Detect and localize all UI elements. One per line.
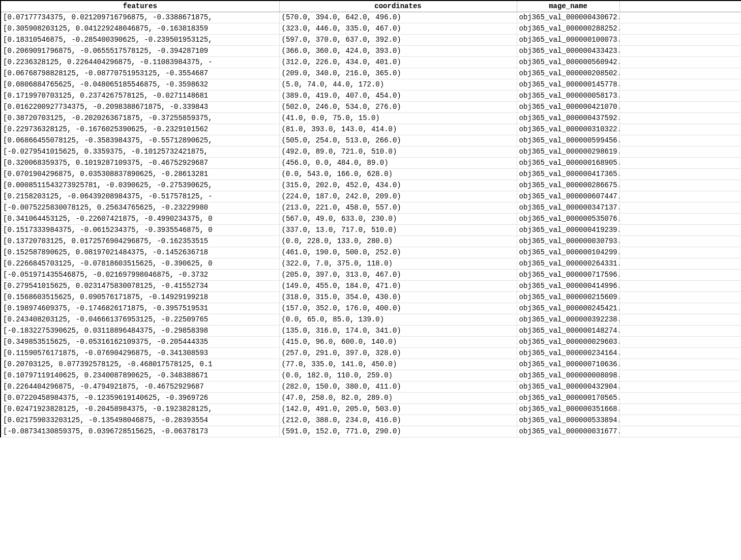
- cell-extra[interactable]: [619, 381, 741, 392]
- cell-mage-name[interactable]: obj365_val_000000215609.jpg: [517, 291, 619, 303]
- cell-features[interactable]: [0.02471923828125, -0.20458984375, -0.19…: [1, 403, 279, 415]
- cell-coordinates[interactable]: (456.0, 0.0, 484.0, 89.0): [279, 157, 517, 168]
- table-row[interactable]: [0.06768798828125, -0.08770751953125, -0…: [1, 68, 741, 79]
- cell-coordinates[interactable]: (322.0, 7.0, 375.0, 118.0): [279, 258, 517, 269]
- cell-coordinates[interactable]: (318.0, 315.0, 354.0, 430.0): [279, 291, 517, 303]
- table-row[interactable]: [0.021759033203125, -0.135498046875, -0.…: [1, 415, 741, 426]
- cell-coordinates[interactable]: (5.0, 74.0, 44.0, 172.0): [279, 79, 517, 90]
- cell-extra[interactable]: [619, 146, 741, 157]
- cell-features[interactable]: [0.07220458984375, -0.12359619140625, -0…: [1, 392, 279, 403]
- table-row[interactable]: [0.07220458984375, -0.12359619140625, -0…: [1, 392, 741, 403]
- table-row[interactable]: [0.0806884765625, -0.048065185546875, -0…: [1, 79, 741, 90]
- cell-mage-name[interactable]: obj365_val_000000437592.jpg: [517, 112, 619, 124]
- cell-coordinates[interactable]: (81.0, 393.0, 143.0, 414.0): [279, 124, 517, 135]
- cell-extra[interactable]: [619, 90, 741, 101]
- cell-extra[interactable]: [619, 235, 741, 247]
- cell-mage-name[interactable]: obj365_val_000000031677.jpg: [517, 426, 619, 437]
- cell-mage-name[interactable]: obj365_val_000000029603.jpg: [517, 336, 619, 347]
- cell-features[interactable]: [0.279541015625, 0.0231475830078125, -0.…: [1, 280, 279, 291]
- cell-coordinates[interactable]: (135.0, 316.0, 174.0, 341.0): [279, 325, 517, 336]
- table-row[interactable]: [-0.08734130859375, 0.0396728515625, -0.…: [1, 426, 741, 437]
- cell-features[interactable]: [0.2266845703125, -0.07818603515625, -0.…: [1, 258, 279, 269]
- table-row[interactable]: [0.07177734375, 0.021209716796875, -0.33…: [1, 12, 741, 23]
- cell-mage-name[interactable]: obj365_val_000000347137.jpg: [517, 202, 619, 213]
- cell-coordinates[interactable]: (142.0, 491.0, 205.0, 503.0): [279, 403, 517, 415]
- cell-coordinates[interactable]: (0.0, 543.0, 166.0, 628.0): [279, 168, 517, 180]
- table-row[interactable]: [0.243408203125, -0.046661376953125, -0.…: [1, 314, 741, 325]
- cell-coordinates[interactable]: (149.0, 455.0, 184.0, 471.0): [279, 280, 517, 291]
- table-row[interactable]: [0.20703125, 0.077392578125, -0.46801757…: [1, 359, 741, 370]
- cell-features[interactable]: [0.349853515625, -0.05316162109375, -0.2…: [1, 336, 279, 347]
- cell-extra[interactable]: [619, 370, 741, 381]
- table-row[interactable]: [0.1719970703125, 0.2374267578125, -0.02…: [1, 90, 741, 101]
- cell-features[interactable]: [0.06866455078125, -0.3583984375, -0.557…: [1, 135, 279, 146]
- table-row[interactable]: [0.06866455078125, -0.3583984375, -0.557…: [1, 135, 741, 146]
- cell-extra[interactable]: [619, 191, 741, 202]
- cell-extra[interactable]: [619, 224, 741, 235]
- table-row[interactable]: [0.18310546875, -0.285400390625, -0.2395…: [1, 34, 741, 45]
- table-row[interactable]: [0.2266845703125, -0.07818603515625, -0.…: [1, 258, 741, 269]
- cell-extra[interactable]: [619, 415, 741, 426]
- table-row[interactable]: [0.13720703125, 0.0172576904296875, -0.1…: [1, 235, 741, 247]
- cell-mage-name[interactable]: obj365_val_000000208502.jpg: [517, 68, 619, 79]
- table-row[interactable]: [0.2236328125, 0.2264404296875, -0.11083…: [1, 56, 741, 68]
- cell-extra[interactable]: [619, 280, 741, 291]
- table-row[interactable]: [0.349853515625, -0.05316162109375, -0.2…: [1, 336, 741, 347]
- table-row[interactable]: [0.2264404296875, -0.4794921875, -0.4675…: [1, 381, 741, 392]
- cell-features[interactable]: [0.1517333984375, -0.0615234375, -0.3935…: [1, 224, 279, 235]
- cell-mage-name[interactable]: obj365_val_000000717596.jpg: [517, 269, 619, 280]
- cell-extra[interactable]: [619, 247, 741, 258]
- cell-extra[interactable]: [619, 314, 741, 325]
- cell-features[interactable]: [0.18310546875, -0.285400390625, -0.2395…: [1, 34, 279, 45]
- table-row[interactable]: [0.2069091796875, -0.0655517578125, -0.3…: [1, 45, 741, 56]
- cell-mage-name[interactable]: obj365_val_000000599456.jpg: [517, 135, 619, 146]
- table-row[interactable]: [0.152587890625, 0.08197021484375, -0.14…: [1, 247, 741, 258]
- cell-coordinates[interactable]: (0.0, 182.0, 110.0, 259.0): [279, 370, 517, 381]
- cell-extra[interactable]: [619, 426, 741, 437]
- table-row[interactable]: [0.38720703125, -0.2020263671875, -0.372…: [1, 112, 741, 124]
- cell-mage-name[interactable]: obj365_val_000000170565.jpg: [517, 392, 619, 403]
- cell-mage-name[interactable]: obj365_val_000000234164.jpg: [517, 347, 619, 359]
- cell-coordinates[interactable]: (77.0, 335.0, 141.0, 450.0): [279, 359, 517, 370]
- cell-mage-name[interactable]: obj365_val_000000560942.jpg: [517, 56, 619, 68]
- cell-features[interactable]: [0.0162200927734375, -0.2098388671875, -…: [1, 101, 279, 112]
- cell-mage-name[interactable]: obj365_val_000000351668.jpg: [517, 403, 619, 415]
- cell-extra[interactable]: [619, 124, 741, 135]
- cell-features[interactable]: [0.11590576171875, -0.076904296875, -0.3…: [1, 347, 279, 359]
- cell-extra[interactable]: [619, 112, 741, 124]
- cell-coordinates[interactable]: (323.0, 446.0, 335.0, 467.0): [279, 23, 517, 34]
- table-row[interactable]: [0.0008511543273925781, -0.0390625, -0.2…: [1, 180, 741, 191]
- cell-features[interactable]: [0.1719970703125, 0.2374267578125, -0.02…: [1, 90, 279, 101]
- cell-coordinates[interactable]: (157.0, 352.0, 176.0, 400.0): [279, 303, 517, 314]
- cell-extra[interactable]: [619, 392, 741, 403]
- cell-features[interactable]: [0.1568603515625, 0.090576171875, -0.149…: [1, 291, 279, 303]
- cell-mage-name[interactable]: obj365_val_000000419239.jpg: [517, 224, 619, 235]
- cell-mage-name[interactable]: obj365_val_000000298619.jpg: [517, 146, 619, 157]
- cell-extra[interactable]: [619, 68, 741, 79]
- cell-extra[interactable]: [619, 180, 741, 191]
- table-row[interactable]: [-0.0279541015625, 0.3359375, -0.1012573…: [1, 146, 741, 157]
- table-row[interactable]: [-0.1832275390625, 0.03118896484375, -0.…: [1, 325, 741, 336]
- cell-coordinates[interactable]: (257.0, 291.0, 397.0, 328.0): [279, 347, 517, 359]
- cell-coordinates[interactable]: (47.0, 258.0, 82.0, 289.0): [279, 392, 517, 403]
- cell-features[interactable]: [-0.051971435546875, -0.021697998046875,…: [1, 269, 279, 280]
- cell-extra[interactable]: [619, 45, 741, 56]
- cell-coordinates[interactable]: (41.0, 0.0, 75.0, 15.0): [279, 112, 517, 124]
- cell-coordinates[interactable]: (505.0, 254.0, 513.0, 266.0): [279, 135, 517, 146]
- cell-coordinates[interactable]: (282.0, 150.0, 380.0, 411.0): [279, 381, 517, 392]
- cell-extra[interactable]: [619, 157, 741, 168]
- cell-extra[interactable]: [619, 101, 741, 112]
- cell-extra[interactable]: [619, 135, 741, 146]
- table-row[interactable]: [0.1517333984375, -0.0615234375, -0.3935…: [1, 224, 741, 235]
- cell-features[interactable]: [-0.1832275390625, 0.03118896484375, -0.…: [1, 325, 279, 336]
- cell-coordinates[interactable]: (209.0, 340.0, 216.0, 365.0): [279, 68, 517, 79]
- header-mage-name[interactable]: mage_name: [517, 1, 619, 12]
- cell-features[interactable]: [0.152587890625, 0.08197021484375, -0.14…: [1, 247, 279, 258]
- cell-mage-name[interactable]: obj365_val_000000286675.jpg: [517, 180, 619, 191]
- table-row[interactable]: [0.11590576171875, -0.076904296875, -0.3…: [1, 347, 741, 359]
- cell-mage-name[interactable]: obj365_val_000000058173.jpg: [517, 90, 619, 101]
- table-row[interactable]: [0.0162200927734375, -0.2098388671875, -…: [1, 101, 741, 112]
- cell-coordinates[interactable]: (312.0, 226.0, 434.0, 401.0): [279, 56, 517, 68]
- cell-coordinates[interactable]: (502.0, 246.0, 534.0, 276.0): [279, 101, 517, 112]
- cell-extra[interactable]: [619, 258, 741, 269]
